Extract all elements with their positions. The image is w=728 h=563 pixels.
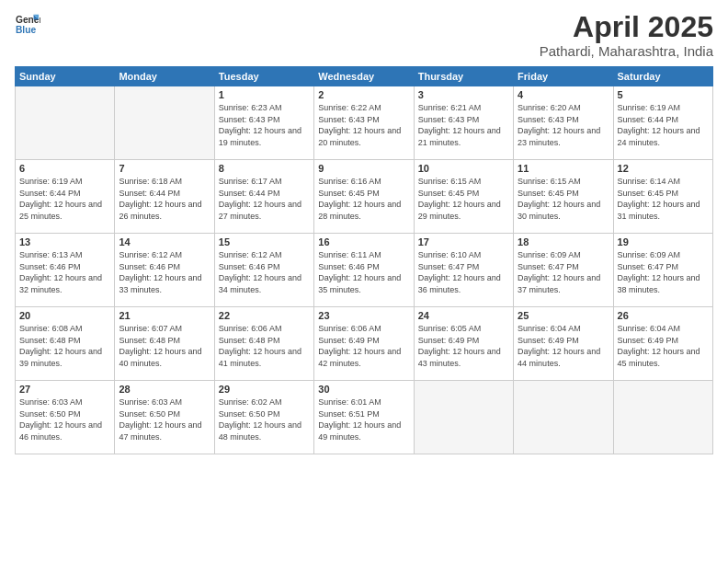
day-number: 5	[618, 89, 709, 100]
table-row: 6Sunrise: 6:19 AM Sunset: 6:44 PM Daylig…	[16, 160, 115, 234]
table-row: 26Sunrise: 6:04 AM Sunset: 6:49 PM Dayli…	[613, 307, 712, 381]
calendar-title: April 2025	[540, 11, 713, 43]
table-row: 11Sunrise: 6:15 AM Sunset: 6:45 PM Dayli…	[514, 160, 613, 234]
day-number: 30	[318, 384, 409, 395]
table-row: 22Sunrise: 6:06 AM Sunset: 6:48 PM Dayli…	[214, 307, 313, 381]
table-row	[115, 86, 214, 160]
day-info: Sunrise: 6:03 AM Sunset: 6:50 PM Dayligh…	[19, 396, 110, 442]
week-row-2: 6Sunrise: 6:19 AM Sunset: 6:44 PM Daylig…	[16, 160, 713, 234]
day-number: 21	[119, 310, 210, 321]
table-row: 21Sunrise: 6:07 AM Sunset: 6:48 PM Dayli…	[115, 307, 214, 381]
day-number: 7	[119, 163, 210, 174]
day-number: 27	[19, 384, 110, 395]
day-info: Sunrise: 6:02 AM Sunset: 6:50 PM Dayligh…	[219, 396, 310, 442]
table-row	[514, 381, 613, 454]
day-info: Sunrise: 6:15 AM Sunset: 6:45 PM Dayligh…	[418, 176, 509, 222]
table-row: 9Sunrise: 6:16 AM Sunset: 6:45 PM Daylig…	[314, 160, 414, 234]
day-info: Sunrise: 6:03 AM Sunset: 6:50 PM Dayligh…	[119, 396, 210, 442]
table-row: 19Sunrise: 6:09 AM Sunset: 6:47 PM Dayli…	[613, 234, 712, 307]
day-info: Sunrise: 6:07 AM Sunset: 6:48 PM Dayligh…	[119, 323, 210, 369]
table-row: 27Sunrise: 6:03 AM Sunset: 6:50 PM Dayli…	[16, 381, 115, 454]
header-saturday: Saturday	[613, 67, 712, 86]
day-info: Sunrise: 6:18 AM Sunset: 6:44 PM Dayligh…	[119, 176, 210, 222]
day-number: 1	[219, 89, 310, 100]
week-row-3: 13Sunrise: 6:13 AM Sunset: 6:46 PM Dayli…	[16, 234, 713, 307]
logo: General Blue	[15, 11, 40, 37]
table-row: 16Sunrise: 6:11 AM Sunset: 6:46 PM Dayli…	[314, 234, 414, 307]
table-row: 8Sunrise: 6:17 AM Sunset: 6:44 PM Daylig…	[214, 160, 313, 234]
day-number: 9	[318, 163, 409, 174]
day-info: Sunrise: 6:06 AM Sunset: 6:49 PM Dayligh…	[318, 323, 409, 369]
day-info: Sunrise: 6:16 AM Sunset: 6:45 PM Dayligh…	[318, 176, 409, 222]
table-row: 28Sunrise: 6:03 AM Sunset: 6:50 PM Dayli…	[115, 381, 214, 454]
table-row: 18Sunrise: 6:09 AM Sunset: 6:47 PM Dayli…	[514, 234, 613, 307]
day-info: Sunrise: 6:05 AM Sunset: 6:49 PM Dayligh…	[418, 323, 509, 369]
day-number: 3	[418, 89, 509, 100]
day-info: Sunrise: 6:22 AM Sunset: 6:43 PM Dayligh…	[318, 102, 409, 148]
table-row: 14Sunrise: 6:12 AM Sunset: 6:46 PM Dayli…	[115, 234, 214, 307]
table-row	[16, 86, 115, 160]
day-info: Sunrise: 6:17 AM Sunset: 6:44 PM Dayligh…	[219, 176, 310, 222]
day-info: Sunrise: 6:13 AM Sunset: 6:46 PM Dayligh…	[19, 249, 110, 295]
header-sunday: Sunday	[16, 67, 115, 86]
week-row-5: 27Sunrise: 6:03 AM Sunset: 6:50 PM Dayli…	[16, 381, 713, 454]
table-row	[613, 381, 712, 454]
table-row: 13Sunrise: 6:13 AM Sunset: 6:46 PM Dayli…	[16, 234, 115, 307]
day-number: 26	[618, 310, 709, 321]
header: General Blue April 2025 Pathardi, Mahara…	[15, 11, 713, 59]
day-info: Sunrise: 6:09 AM Sunset: 6:47 PM Dayligh…	[618, 249, 709, 295]
day-number: 11	[518, 163, 609, 174]
day-number: 28	[119, 384, 210, 395]
table-row: 24Sunrise: 6:05 AM Sunset: 6:49 PM Dayli…	[414, 307, 513, 381]
calendar-subtitle: Pathardi, Maharashtra, India	[540, 43, 713, 59]
day-number: 8	[219, 163, 310, 174]
day-info: Sunrise: 6:09 AM Sunset: 6:47 PM Dayligh…	[518, 249, 609, 295]
day-number: 18	[518, 236, 609, 247]
table-row: 1Sunrise: 6:23 AM Sunset: 6:43 PM Daylig…	[214, 86, 313, 160]
day-number: 10	[418, 163, 509, 174]
table-row: 20Sunrise: 6:08 AM Sunset: 6:48 PM Dayli…	[16, 307, 115, 381]
logo-icon: General Blue	[15, 11, 40, 37]
title-section: April 2025 Pathardi, Maharashtra, India	[540, 11, 713, 59]
day-info: Sunrise: 6:12 AM Sunset: 6:46 PM Dayligh…	[119, 249, 210, 295]
day-info: Sunrise: 6:12 AM Sunset: 6:46 PM Dayligh…	[219, 249, 310, 295]
day-info: Sunrise: 6:01 AM Sunset: 6:51 PM Dayligh…	[318, 396, 409, 442]
week-row-1: 1Sunrise: 6:23 AM Sunset: 6:43 PM Daylig…	[16, 86, 713, 160]
day-number: 23	[318, 310, 409, 321]
table-row: 12Sunrise: 6:14 AM Sunset: 6:45 PM Dayli…	[613, 160, 712, 234]
table-row: 2Sunrise: 6:22 AM Sunset: 6:43 PM Daylig…	[314, 86, 414, 160]
table-row	[414, 381, 513, 454]
table-row: 25Sunrise: 6:04 AM Sunset: 6:49 PM Dayli…	[514, 307, 613, 381]
day-number: 19	[618, 236, 709, 247]
day-number: 15	[219, 236, 310, 247]
day-info: Sunrise: 6:11 AM Sunset: 6:46 PM Dayligh…	[318, 249, 409, 295]
table-row: 23Sunrise: 6:06 AM Sunset: 6:49 PM Dayli…	[314, 307, 414, 381]
header-tuesday: Tuesday	[214, 67, 313, 86]
calendar-table: Sunday Monday Tuesday Wednesday Thursday…	[15, 66, 713, 454]
day-number: 12	[618, 163, 709, 174]
day-number: 6	[19, 163, 110, 174]
day-number: 22	[219, 310, 310, 321]
day-number: 2	[318, 89, 409, 100]
day-info: Sunrise: 6:19 AM Sunset: 6:44 PM Dayligh…	[19, 176, 110, 222]
day-info: Sunrise: 6:04 AM Sunset: 6:49 PM Dayligh…	[518, 323, 609, 369]
day-info: Sunrise: 6:19 AM Sunset: 6:44 PM Dayligh…	[618, 102, 709, 148]
week-row-4: 20Sunrise: 6:08 AM Sunset: 6:48 PM Dayli…	[16, 307, 713, 381]
day-info: Sunrise: 6:08 AM Sunset: 6:48 PM Dayligh…	[19, 323, 110, 369]
day-info: Sunrise: 6:21 AM Sunset: 6:43 PM Dayligh…	[418, 102, 509, 148]
table-row: 30Sunrise: 6:01 AM Sunset: 6:51 PM Dayli…	[314, 381, 414, 454]
table-row: 17Sunrise: 6:10 AM Sunset: 6:47 PM Dayli…	[414, 234, 513, 307]
weekday-header-row: Sunday Monday Tuesday Wednesday Thursday…	[16, 67, 713, 86]
day-info: Sunrise: 6:15 AM Sunset: 6:45 PM Dayligh…	[518, 176, 609, 222]
table-row: 3Sunrise: 6:21 AM Sunset: 6:43 PM Daylig…	[414, 86, 513, 160]
table-row: 4Sunrise: 6:20 AM Sunset: 6:43 PM Daylig…	[514, 86, 613, 160]
day-number: 17	[418, 236, 509, 247]
day-number: 25	[518, 310, 609, 321]
day-info: Sunrise: 6:23 AM Sunset: 6:43 PM Dayligh…	[219, 102, 310, 148]
day-info: Sunrise: 6:04 AM Sunset: 6:49 PM Dayligh…	[618, 323, 709, 369]
day-info: Sunrise: 6:14 AM Sunset: 6:45 PM Dayligh…	[618, 176, 709, 222]
header-monday: Monday	[115, 67, 214, 86]
svg-text:Blue: Blue	[16, 25, 37, 35]
table-row: 5Sunrise: 6:19 AM Sunset: 6:44 PM Daylig…	[613, 86, 712, 160]
header-thursday: Thursday	[414, 67, 513, 86]
